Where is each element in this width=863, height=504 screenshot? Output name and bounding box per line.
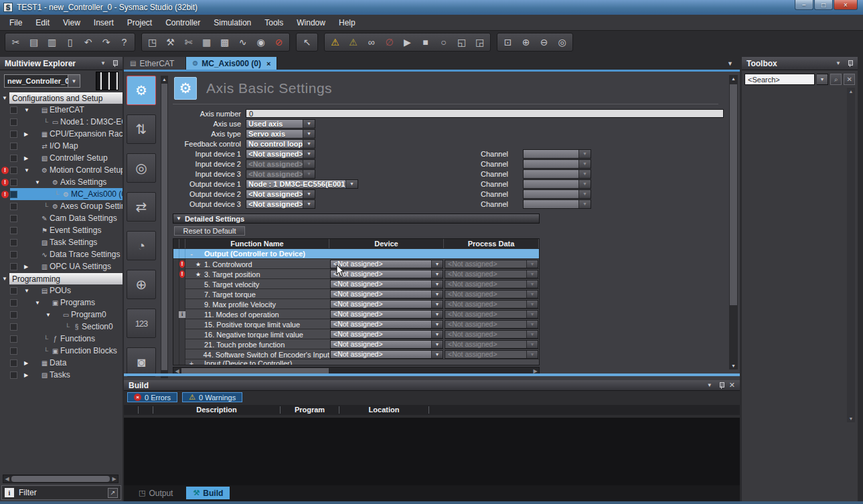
toolbar-button[interactable]: ∅ — [380, 34, 398, 50]
bottom-tab[interactable]: ⚒ Build — [186, 487, 230, 499]
toolbar-button[interactable]: ⊕ — [517, 34, 535, 50]
process-data-dropdown[interactable]: <Not assigned> ▼ — [445, 270, 538, 278]
toolbar-button[interactable]: ↶ — [79, 34, 97, 50]
panel-menu-icon[interactable]: ▼ — [707, 382, 712, 388]
tree-item[interactable]: ! ▶ ▦ CPU/Expansion Racks — [0, 128, 123, 140]
section-expander-icon[interactable]: ▼ — [0, 95, 9, 101]
tree-item[interactable]: ! ▼ ▤ EtherCAT — [0, 104, 123, 116]
tree-checkbox[interactable] — [10, 335, 17, 343]
settings-category-button[interactable]: ◎ — [127, 153, 156, 183]
tree-item[interactable]: ! └ ▭ Node1 : DM3C-EC55 — [0, 116, 123, 128]
expander-icon[interactable]: ▶ — [24, 155, 33, 161]
tree-item[interactable]: ! ▼ ⚙ Motion Control Setup — [0, 164, 123, 176]
toolbox-scrollbar[interactable]: ▲ ▼ — [847, 88, 855, 422]
tree-checkbox[interactable] — [10, 227, 17, 234]
toolbar-button[interactable]: ◳ — [143, 34, 161, 50]
expander-icon[interactable]: ▼ — [35, 300, 44, 306]
tree-checkbox[interactable] — [10, 371, 17, 379]
settings-category-button[interactable]: ◔ — [127, 231, 156, 260]
close-button[interactable]: × — [834, 0, 858, 10]
menu-item[interactable]: Project — [121, 15, 159, 30]
device-dropdown[interactable]: <Not assigned> ▼ — [330, 300, 443, 309]
table-row[interactable]: ! 44. Software Switch of Encoder's Input — [173, 349, 539, 359]
tree-checkbox[interactable] — [10, 215, 17, 222]
tree-checkbox[interactable] — [10, 323, 17, 331]
form-dropdown[interactable]: <Not assigned> ▼ — [246, 149, 315, 159]
chevron-down-icon[interactable]: ▼ — [817, 74, 829, 85]
scroll-right-icon[interactable]: ▶ — [110, 476, 118, 482]
form-dropdown[interactable]: No control loop ▼ — [246, 139, 315, 149]
scrollbar-thumb[interactable] — [161, 84, 167, 370]
tree-item[interactable]: ! └ § Section0 — [0, 321, 123, 333]
warnings-toggle[interactable]: ⚠ 0 Warnings — [182, 392, 242, 402]
toolbar-button[interactable]: ◲ — [471, 34, 489, 50]
table-row[interactable]: ! 21. Touch probe function <Not assign — [173, 339, 539, 349]
toolbar-button[interactable]: ∞ — [362, 34, 380, 50]
settings-category-button[interactable]: ⇅ — [127, 114, 156, 144]
panel-menu-icon[interactable]: ▼ — [836, 60, 841, 66]
close-panel-icon[interactable]: ✕ — [729, 381, 735, 390]
editor-vertical-scrollbar[interactable]: ▲ ▼ — [729, 75, 738, 369]
form-dropdown[interactable]: <Not assigned> ▼ — [246, 159, 315, 169]
process-data-dropdown[interactable]: <Not assigned> ▼ — [445, 330, 538, 339]
tree-checkbox[interactable] — [10, 191, 17, 198]
settings-category-button[interactable]: ⚙ — [127, 76, 156, 105]
expander-icon[interactable]: ▶ — [24, 372, 33, 378]
device-dropdown[interactable]: <Not assigned> ▼ — [330, 280, 443, 288]
form-dropdown[interactable]: <Not assigned> ▼ — [246, 169, 315, 179]
expander-icon[interactable]: ▼ — [46, 312, 54, 318]
tab-list-dropdown-icon[interactable]: ▼ — [727, 60, 733, 67]
toolbar-button[interactable]: ▯ — [61, 34, 79, 50]
settings-category-button[interactable]: ⇄ — [127, 192, 156, 222]
expander-icon[interactable]: ▶ — [24, 264, 33, 270]
process-data-dropdown[interactable]: <Not assigned> ▼ — [445, 310, 538, 319]
table-row[interactable]: ! i 11. Modes of operation <Not assigne — [173, 309, 539, 319]
document-tab[interactable]: ▤ EtherCAT — [124, 57, 186, 70]
toolbar-button[interactable]: ? — [115, 34, 133, 50]
expander-icon[interactable]: ▼ — [24, 167, 33, 173]
device-dropdown[interactable]: <Not assigned> ▼ — [330, 310, 443, 319]
tree-item[interactable]: ! ✎ Cam Data Settings — [0, 212, 123, 224]
tree-item[interactable]: ! ▨ Task Settings — [0, 236, 123, 248]
axis-number-input[interactable]: 0 — [246, 109, 724, 118]
toolbar-button[interactable]: ✄ — [179, 34, 198, 50]
table-row[interactable]: ! + Input (Device to Controller) — [173, 359, 539, 365]
device-dropdown[interactable]: <Not assigned> ▼ — [330, 350, 443, 359]
scroll-up-icon[interactable]: ▲ — [161, 77, 168, 82]
form-dropdown[interactable]: Node : 1 DM3C-EC556(E001) ▼ — [246, 179, 358, 189]
device-dropdown[interactable]: <Not assigned> ▼ — [330, 340, 443, 349]
toolbar-button[interactable]: ⊖ — [535, 34, 553, 50]
minimize-button[interactable]: − — [795, 0, 813, 10]
tree-checkbox[interactable] — [10, 263, 17, 270]
toolbar-button[interactable]: ■ — [416, 34, 435, 50]
tab-close-icon[interactable]: × — [266, 60, 270, 68]
device-dropdown[interactable]: <Not assigned> ▼ — [330, 330, 443, 339]
toolbar-button[interactable]: ⚠ — [326, 34, 344, 50]
tree-checkbox[interactable] — [10, 347, 17, 355]
tree-item[interactable]: ! ⇄ I/O Map — [0, 140, 123, 152]
channel-dropdown[interactable]: ▼ — [523, 169, 591, 179]
toolbar-button[interactable]: ◱ — [453, 34, 471, 50]
section-configurations[interactable]: ▼ Configurations and Setup — [0, 92, 123, 104]
expander-icon[interactable]: ▼ — [35, 179, 44, 185]
channel-dropdown[interactable]: ▼ — [523, 179, 591, 189]
pin-icon[interactable] — [847, 60, 853, 68]
tree-item[interactable]: ! ▼ ▣ Programs — [0, 297, 123, 309]
device-dropdown[interactable]: <Not assigned> ▼ — [330, 290, 443, 299]
menu-item[interactable]: Edit — [29, 15, 56, 30]
tree-item[interactable]: ! ▼ ⚙ Axis Settings — [0, 176, 123, 188]
table-row[interactable]: ! 9. Max profile Velocity <Not assigne — [173, 299, 539, 309]
category-scrollbar[interactable]: ▲ ▼ — [161, 76, 168, 378]
toolbar-button[interactable]: ▦ — [198, 34, 216, 50]
toolbar-button[interactable]: ⚠ — [344, 34, 362, 50]
reset-to-default-button[interactable]: Reset to Default — [174, 226, 245, 236]
tree-checkbox[interactable] — [10, 167, 17, 174]
pin-icon[interactable] — [112, 60, 118, 68]
tree-item[interactable]: ! ⚑ Event Settings — [0, 224, 123, 236]
scroll-left-icon[interactable]: ◀ — [3, 476, 11, 482]
scrollbar-thumb[interactable] — [730, 84, 737, 305]
chevron-down-icon[interactable]: ▼ — [68, 74, 80, 88]
section-expander-icon[interactable]: ▼ — [0, 276, 9, 282]
toolbar-button[interactable]: ◉ — [252, 34, 270, 50]
search-icon[interactable]: ⌕ — [830, 74, 842, 85]
